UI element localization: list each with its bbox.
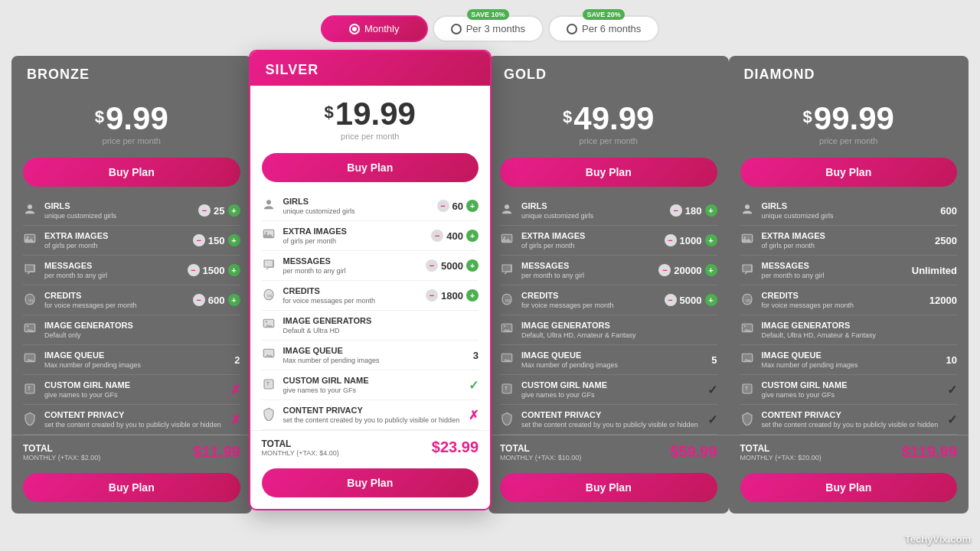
feature-label-6-gold: CUSTOM GIRL NAME [521,380,701,390]
feature-label-4-silver: IMAGE GENERATORS [283,316,473,325]
generator-icon-gold [500,322,515,337]
total-label-gold: TOTAL [500,443,581,454]
name-icon-gold: T [500,382,515,397]
price-dollar-silver: $ [325,103,334,122]
billing-label-per6months: Per 6 months [582,23,641,34]
feature-label-5-diamond: IMAGE QUEUE [762,350,940,360]
feature-sub-2-silver: per month to any girl [283,267,346,275]
feature-sub-5-silver: Max number of pending images [283,357,380,364]
plans-container: BRONZE$9.99price per monthBuy PlanGIRLSu… [11,56,969,514]
feature-sub-1-diamond: of girls per month [762,242,815,249]
feature-num-1-bronze: 150 [208,235,225,246]
total-price-silver: $23.99 [432,439,479,456]
plus-btn-3-silver[interactable]: + [466,289,479,302]
svg-point-46 [743,325,745,327]
buy-btn-bottom-diamond[interactable]: Buy Plan [740,473,958,502]
buy-btn-top-gold[interactable]: Buy Plan [500,158,717,187]
svg-point-16 [265,232,266,233]
plus-btn-0-silver[interactable]: + [466,200,479,212]
feature-label-4-gold: IMAGE GENERATORS [521,321,711,330]
checkmark-6-silver: ✓ [469,378,479,393]
price-dollar-gold: $ [563,107,572,127]
message-icon-bronze [23,262,38,278]
feature-row-message-bronze: MESSAGESper month to any girl−1500+ [23,256,240,285]
feature-label-2-silver: MESSAGES [283,256,420,266]
feature-label-1-silver: EXTRA IMAGES [283,227,426,236]
total-section-diamond: TOTALMONTHLY (+TAX: $20.00)$119.99 [729,435,969,465]
buy-btn-bottom-gold[interactable]: Buy Plan [500,473,717,502]
feature-sub-3-gold: for voice messages per month [521,302,614,309]
minus-btn-1-gold[interactable]: − [665,234,677,246]
feature-row-privacy-bronze: CONTENT PRIVACYset the content created b… [23,405,240,435]
feature-label-7-bronze: CONTENT PRIVACY [44,410,224,419]
plus-btn-2-silver[interactable]: + [466,259,479,272]
plus-btn-0-gold[interactable]: + [705,204,717,217]
features-list-silver: GIRLSunique customized girls−60+EXTRA IM… [250,191,491,430]
feature-sub-3-bronze: for voice messages per month [44,302,137,309]
feature-sub-4-gold: Default, Ultra HD, Amateur & Fantasy [521,331,636,339]
minus-btn-3-gold[interactable]: − [665,294,677,306]
feature-label-6-silver: CUSTOM GIRL NAME [283,376,463,385]
billing-option-monthly[interactable]: Monthly [321,15,428,42]
minus-btn-2-silver[interactable]: − [426,259,438,272]
feature-label-0-silver: GIRLS [283,197,431,206]
svg-text:qq: qq [745,298,750,302]
feature-row-generator-diamond: IMAGE GENERATORSDefault, Ultra HD, Amate… [740,315,958,345]
price-period-silver: price per month [266,132,475,141]
plus-btn-1-gold[interactable]: + [705,234,717,246]
feature-num-0-gold: 180 [685,205,702,217]
billing-option-per6months[interactable]: SAVE 20%Per 6 months [548,15,659,42]
minus-btn-2-bronze[interactable]: − [188,264,200,276]
plus-btn-0-bronze[interactable]: + [228,204,240,217]
buy-btn-bottom-bronze[interactable]: Buy Plan [23,473,240,502]
feature-num-3-gold: 5000 [680,295,702,306]
feature-label-4-bronze: IMAGE GENERATORS [44,321,234,330]
image-icon-silver [262,228,277,243]
minus-btn-1-bronze[interactable]: − [193,234,205,246]
minus-btn-3-silver[interactable]: − [426,289,438,302]
buy-btn-top-silver[interactable]: Buy Plan [262,153,479,182]
credit-icon-diamond: qq [740,292,756,308]
checkmark-7-diamond: ✓ [947,412,957,427]
crossmark-7-bronze: ✗ [230,412,240,427]
feature-sub-5-bronze: Max number of pending images [44,361,141,369]
credit-icon-gold: qq [500,292,515,308]
minus-btn-3-bronze[interactable]: − [193,294,205,306]
plus-btn-2-gold[interactable]: + [705,264,717,276]
plus-btn-1-silver[interactable]: + [466,230,479,242]
message-icon-gold [500,262,515,278]
name-icon-silver: T [262,377,277,393]
feature-row-image-diamond: EXTRA IMAGESof girls per month2500 [740,226,958,256]
plan-price-area-bronze: $9.99price per month [11,90,252,152]
price-dollar-bronze: $ [95,107,104,127]
plus-btn-1-bronze[interactable]: + [228,234,240,246]
image-icon-diamond [740,233,756,248]
plus-btn-2-bronze[interactable]: + [228,264,240,276]
svg-text:qq: qq [28,298,34,302]
girl-icon-diamond [740,203,756,218]
minus-btn-0-silver[interactable]: − [437,200,449,212]
buy-btn-bottom-silver[interactable]: Buy Plan [262,468,479,497]
svg-point-20 [265,321,266,322]
feature-row-generator-bronze: IMAGE GENERATORSDefault only [23,315,240,345]
minus-btn-1-silver[interactable]: − [431,230,443,242]
minus-btn-2-gold[interactable]: − [658,264,671,276]
billing-option-per3months[interactable]: SAVE 10%Per 3 months [433,15,544,42]
plus-btn-3-gold[interactable]: + [705,294,717,306]
checkmark-7-gold: ✓ [707,412,717,427]
feature-sub-1-gold: of girls per month [521,242,575,249]
minus-btn-0-bronze[interactable]: − [198,204,211,217]
feature-row-image-gold: EXTRA IMAGESof girls per month−1000+ [500,226,717,256]
price-period-bronze: price per month [27,136,237,145]
buy-btn-top-diamond[interactable]: Buy Plan [740,158,958,187]
price-period-diamond: price per month [744,136,954,145]
image-icon-bronze [23,233,38,248]
feature-row-girl-gold: GIRLSunique customized girls−180+ [500,196,717,226]
feature-label-1-gold: EXTRA IMAGES [521,231,658,240]
minus-btn-0-gold[interactable]: − [670,204,682,217]
feature-label-5-bronze: IMAGE QUEUE [44,350,228,360]
buy-btn-top-bronze[interactable]: Buy Plan [23,158,240,187]
feature-row-image-bronze: EXTRA IMAGESof girls per month−150+ [23,226,240,256]
plus-btn-3-bronze[interactable]: + [228,294,240,306]
generator-icon-bronze [23,322,38,337]
